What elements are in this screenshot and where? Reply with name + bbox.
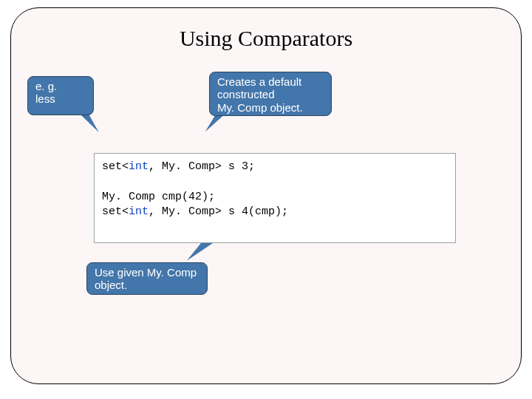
code-block: set<int, My. Comp> s 3; My. Comp cmp(42)… [94, 153, 456, 243]
callout-text: Creates a default constructed My. Comp o… [217, 75, 303, 114]
callout-default-constructed: Creates a default constructed My. Comp o… [209, 72, 332, 116]
code-keyword: int [129, 160, 149, 173]
code-text: set< [102, 205, 129, 218]
callout-text: Use given My. Comp object. [95, 266, 197, 291]
code-line-1: set<int, My. Comp> s 3; [102, 160, 448, 174]
code-line-3: My. Comp cmp(42); [102, 190, 448, 205]
slide-title: Using Comparators [11, 26, 521, 51]
callout-use-given: Use given My. Comp object. [86, 262, 208, 295]
callout-eg-less: e. g. less [27, 76, 94, 115]
code-text: set< [102, 160, 129, 173]
code-text: , My. Comp> s 4(cmp); [149, 205, 288, 218]
code-text: , My. Comp> s 3; [149, 160, 255, 173]
callout-text: e. g. less [35, 80, 57, 105]
code-line-4: set<int, My. Comp> s 4(cmp); [102, 205, 448, 219]
slide-frame: Using Comparators e. g. less Creates a d… [10, 7, 522, 384]
code-keyword: int [129, 205, 149, 218]
code-blank-line [102, 174, 448, 189]
